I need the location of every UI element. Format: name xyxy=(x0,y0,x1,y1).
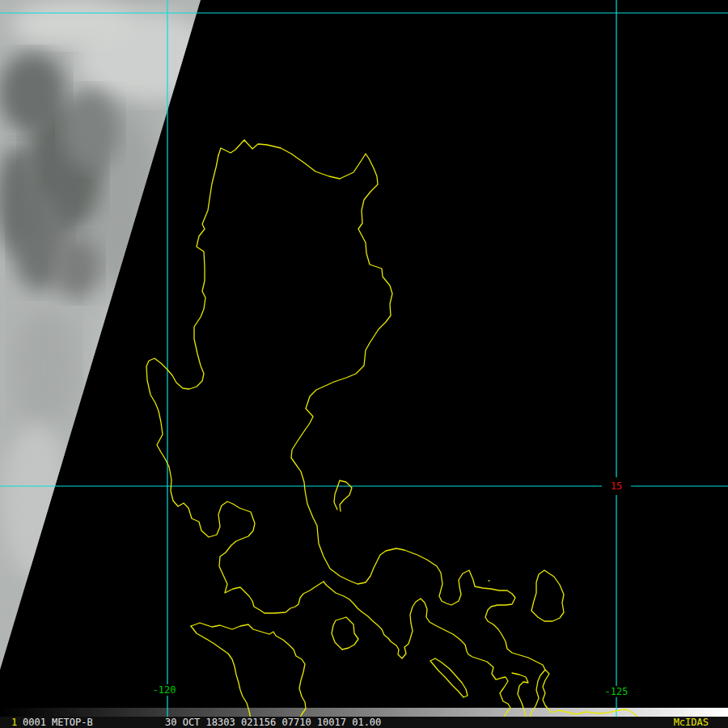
marinduque-island xyxy=(332,617,358,650)
frame-number: 1 xyxy=(11,717,17,728)
mcidas-brand-label: McIDAS xyxy=(674,717,709,728)
coastline-overlay xyxy=(146,140,639,719)
image-id-and-satellite: 0001 METOP-B xyxy=(23,717,93,728)
catanduanes-island xyxy=(531,570,564,621)
status-bar: 1 0001 METOP-B 30 OCT 18303 021156 07710… xyxy=(0,717,728,728)
tayabas-bondoc-ragay-coast xyxy=(324,582,510,718)
mindoro-west-coast xyxy=(191,626,251,719)
mindoro-north-east-coast xyxy=(191,623,306,719)
image-date-time-readout: 30 OCT 18303 021156 07710 10017 01.00 xyxy=(165,717,381,728)
luzon-west-south-coast xyxy=(146,155,324,613)
burias-island xyxy=(430,658,468,697)
satellite-map-canvas xyxy=(0,0,728,728)
polillo-island xyxy=(334,480,352,511)
grayscale-wedge xyxy=(0,708,728,717)
satellite-cloud-imagery xyxy=(0,0,214,679)
mcidas-image-display: 15-120-125 1 0001 METOP-B 30 OCT 18303 0… xyxy=(0,0,728,728)
